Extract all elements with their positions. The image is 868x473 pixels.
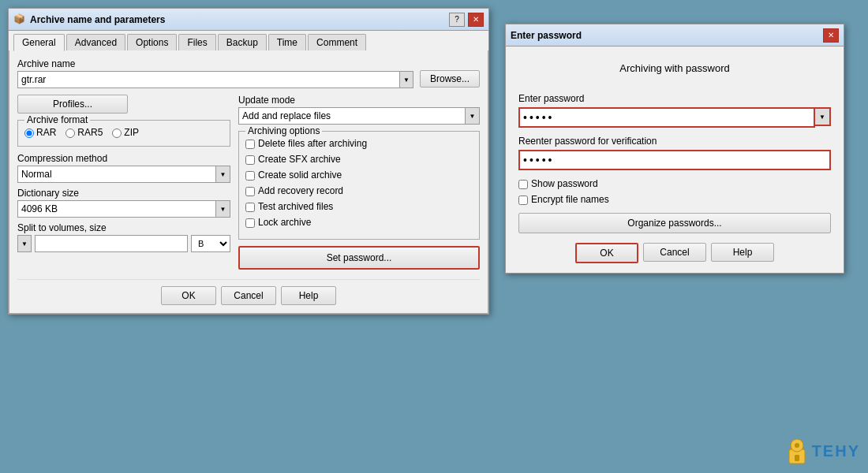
encrypt-names-label: Encrypt file names [531,194,609,205]
format-rar5: RAR5 [65,127,103,140]
encrypt-names-item: Encrypt file names [518,194,831,207]
archive-name-dropdown[interactable]: ▼ [399,71,413,88]
archiving-with-password-section: Archiving with password [518,56,831,80]
password-dialog: Enter password ✕ Archiving with password… [505,24,844,274]
profiles-button[interactable]: Profiles... [17,95,128,114]
opt-recovery: Add recovery record [245,185,473,198]
browse-button[interactable]: Browse... [420,70,480,88]
password-help-button[interactable]: Help [711,243,774,262]
delete-label: Delete files after archiving [258,138,367,149]
main-dialog: 📦 Archive name and parameters ? ✕ Genera… [8,8,489,315]
tab-time[interactable]: Time [268,34,306,50]
help-title-btn[interactable]: ? [449,13,465,27]
password-dialog-title: Enter password [511,30,582,41]
dictionary-label: Dictionary size [17,188,230,199]
main-dialog-title: Archive name and parameters [30,14,165,25]
update-mode-select[interactable]: Add and replace files [238,107,480,125]
rar-label: RAR [36,127,56,138]
rar5-radio[interactable] [65,128,75,138]
split-arrow-left[interactable]: ▼ [17,235,32,252]
tab-comment[interactable]: Comment [308,34,366,50]
split-unit-select[interactable]: B KB MB [191,235,230,252]
archive-name-input[interactable] [17,71,399,88]
set-password-button[interactable]: Set password... [238,246,480,270]
update-mode-wrapper: Add and replace files ▼ [238,107,480,125]
rar-radio[interactable] [24,128,34,138]
update-mode-section: Update mode Add and replace files ▼ [238,95,480,125]
opt-delete: Delete files after archiving [245,138,473,151]
password-content: Archiving with password Enter password ▼… [506,47,844,273]
sfx-checkbox[interactable] [245,155,255,165]
tehy-logo-icon [785,438,809,465]
password-ok-button[interactable]: OK [575,243,638,263]
archive-format-label: Archive format [24,114,90,125]
dictionary-section: Dictionary size 4096 KB ▼ [17,188,230,218]
opt-sfx: Create SFX archive [245,154,473,166]
lock-checkbox[interactable] [245,218,255,228]
left-col: Profiles... Archive format RAR RAR5 [17,95,230,270]
main-cancel-button[interactable]: Cancel [221,286,276,305]
main-bottom-buttons: OK Cancel Help [17,279,480,305]
title-bar-left: 📦 Archive name and parameters [13,13,165,26]
encrypt-names-checkbox[interactable] [518,196,528,205]
tab-backup[interactable]: Backup [218,34,267,50]
password-input[interactable] [518,107,815,128]
compression-select[interactable]: Normal [17,166,230,183]
opt-lock: Lock archive [245,217,473,229]
tab-content: Archive name ▼ Browse... Profiles... Arc… [9,50,488,314]
close-title-btn[interactable]: ✕ [468,13,484,27]
password-close-btn[interactable]: ✕ [823,28,839,43]
compression-label: Compression method [17,153,230,164]
title-bar-controls: ? ✕ [449,13,484,27]
archive-name-input-wrapper: ▼ [17,71,413,88]
svg-rect-2 [795,455,799,461]
split-section: Split to volumes, size ▼ B KB MB [17,222,230,252]
tab-bar: General Advanced Options Files Backup Ti… [9,31,488,50]
zip-radio[interactable] [112,128,122,138]
zip-label: ZIP [124,127,139,138]
reenter-password-input[interactable] [518,150,831,170]
split-row: ▼ B KB MB [17,235,230,252]
sfx-label: Create SFX archive [258,154,341,165]
show-password-checkbox[interactable] [518,180,528,189]
compression-wrapper: Normal ▼ [17,166,230,183]
password-dropdown-btn[interactable]: ▼ [815,107,831,126]
delete-checkbox[interactable] [245,140,255,149]
password-title-left: Enter password [511,30,582,41]
tab-options[interactable]: Options [127,34,177,50]
watermark-text: TEHY [812,442,860,460]
tab-general[interactable]: General [13,34,65,51]
svg-point-3 [795,443,799,448]
watermark: TEHY [785,438,860,465]
password-title-controls: ✕ [823,28,839,43]
opt-test: Test archived files [245,201,473,214]
profiles-row: Profiles... [17,95,230,114]
solid-checkbox[interactable] [245,171,255,181]
main-ok-button[interactable]: OK [161,286,216,305]
two-col-section: Profiles... Archive format RAR RAR5 [17,95,480,270]
right-col: Update mode Add and replace files ▼ Arch… [238,95,480,270]
recovery-label: Add recovery record [258,185,343,196]
organize-passwords-button[interactable]: Organize passwords... [518,213,831,233]
password-title-bar: Enter password ✕ [506,24,844,47]
dictionary-select[interactable]: 4096 KB [17,200,230,218]
tab-files[interactable]: Files [178,34,215,50]
split-label: Split to volumes, size [17,222,230,233]
format-radio-group: RAR RAR5 ZIP [24,127,223,140]
main-title-bar: 📦 Archive name and parameters ? ✕ [9,9,488,31]
archive-name-row: Archive name ▼ Browse... [17,58,480,88]
archive-name-section: Archive name ▼ [17,58,413,88]
main-help-button[interactable]: Help [281,286,336,305]
password-cancel-button[interactable]: Cancel [643,243,706,262]
split-input[interactable] [35,235,188,252]
reenter-password-section: Reenter password for verification [518,136,831,170]
solid-label: Create solid archive [258,169,342,181]
recovery-checkbox[interactable] [245,187,255,196]
test-checkbox[interactable] [245,203,255,212]
archive-name-label: Archive name [17,58,413,69]
reenter-input-wrapper [518,150,831,170]
password-input-wrapper: ▼ [518,107,831,128]
update-mode-label: Update mode [238,95,480,106]
archiving-options-group: Archiving options Delete files after arc… [238,131,480,240]
tab-advanced[interactable]: Advanced [66,34,125,50]
